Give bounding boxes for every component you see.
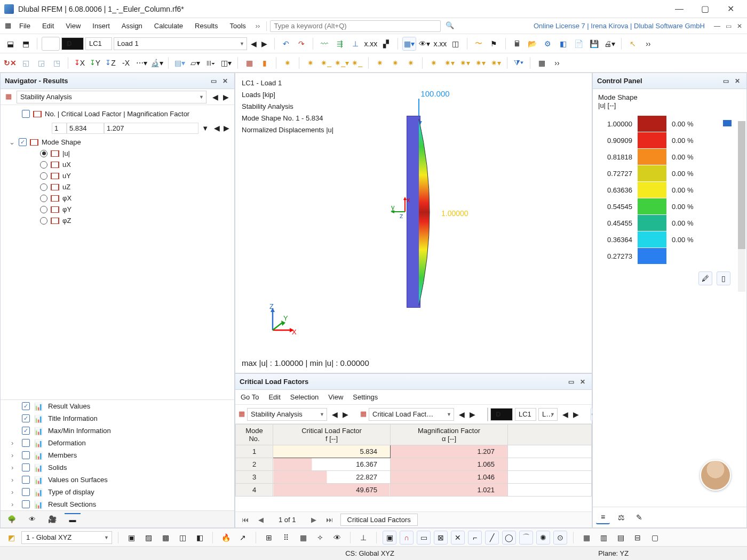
tool-redo-icon[interactable]: ↷ xyxy=(295,37,308,51)
radio-icon[interactable] xyxy=(40,195,47,202)
menu-calculate[interactable]: Calculate xyxy=(149,20,188,32)
tool-support-icon[interactable]: Ⲽ▾ xyxy=(204,56,218,70)
mode-option-φY[interactable]: φY xyxy=(1,204,234,215)
tool-cube-icon[interactable]: ◧ xyxy=(557,37,570,51)
tool-star5-icon[interactable]: ✷ xyxy=(404,56,418,70)
grid5-icon[interactable]: ▢ xyxy=(648,531,662,545)
table-combo1-prev[interactable]: ◀ xyxy=(329,407,340,421)
critical-load-factors-table[interactable]: ModeNo. Critical Load Factorf [--] Magni… xyxy=(235,424,592,497)
lc-code-combo[interactable]: LC1 xyxy=(85,37,112,50)
table-row[interactable]: 3 22.827 1.046 xyxy=(236,471,592,484)
cp-scale-button[interactable]: ▯ xyxy=(717,271,730,285)
expand-icon[interactable]: › xyxy=(11,439,18,447)
table-footer-tab[interactable]: Critical Load Factors xyxy=(340,514,418,526)
checkbox[interactable] xyxy=(22,500,30,508)
nav-tab-camera-icon[interactable]: 🎥 xyxy=(44,513,60,526)
nav-lower-members[interactable]: › 📊 Members xyxy=(1,449,234,461)
tool-reactions-icon[interactable]: ⊥ xyxy=(348,37,362,51)
mode-option-uY[interactable]: uY xyxy=(1,170,234,181)
tool-gear-icon[interactable]: ⚙ xyxy=(541,37,555,51)
nav-factor-checkbox[interactable] xyxy=(22,110,30,118)
nav-modeshape-checkbox[interactable]: ✓ xyxy=(19,138,27,146)
menu-overflow-icon[interactable]: ›› xyxy=(252,22,264,30)
cp-tab-filter-icon[interactable]: ✎ xyxy=(632,510,646,524)
checkbox[interactable]: ✓ xyxy=(22,427,30,435)
nav-factor-value-row[interactable]: 1 5.834 1.207 ▼ ◀ ▶ xyxy=(1,119,234,137)
snap-center-icon[interactable]: ⊙ xyxy=(553,531,567,545)
checkbox[interactable]: ✓ xyxy=(22,414,30,422)
cp-edit-colors-button[interactable]: 🖉 xyxy=(698,271,712,285)
toolbar1-overflow-icon[interactable]: ›› xyxy=(641,37,655,51)
checkbox[interactable] xyxy=(22,463,30,471)
mode-option-uZ[interactable]: uZ xyxy=(1,181,234,193)
tool-eye-icon[interactable]: 👁▾ xyxy=(418,37,432,51)
checkbox[interactable]: ✓ xyxy=(22,402,30,410)
tool-star3-icon[interactable]: ✷ xyxy=(373,56,387,70)
tool-axis-y-icon[interactable]: ↧Y xyxy=(88,56,102,70)
tool-print-icon[interactable]: 🖨▾ xyxy=(603,37,617,51)
snap-starcircle-icon[interactable]: ✺ xyxy=(536,531,550,545)
expand-icon[interactable]: › xyxy=(11,500,18,508)
cp-tab-legend-icon[interactable]: ≡ xyxy=(596,510,610,524)
snap-grid2-icon[interactable]: ▦ xyxy=(296,531,310,545)
menu-edit[interactable]: Edit xyxy=(37,20,59,32)
table-color-icon[interactable] xyxy=(487,407,488,421)
tool-save-icon[interactable]: 💾 xyxy=(587,37,601,51)
chevron-down-icon[interactable]: ⌄ xyxy=(9,138,15,146)
wp-tool5-icon[interactable]: ◧ xyxy=(193,531,206,545)
tool-link1-icon[interactable]: ✷⎯ xyxy=(319,56,333,70)
menu-file[interactable]: File xyxy=(14,20,36,32)
table-first-page[interactable]: ⏮ xyxy=(240,516,251,524)
checkbox[interactable] xyxy=(22,488,30,496)
checkbox[interactable] xyxy=(22,451,30,459)
tool-star8-icon[interactable]: ✷▾ xyxy=(458,56,472,70)
mode-option-φZ[interactable]: φZ xyxy=(1,215,234,226)
table-lc-prev[interactable]: ◀ xyxy=(560,407,570,421)
window-maximize-button[interactable]: ▢ xyxy=(693,2,717,17)
wp-fire-icon[interactable]: 🔥 xyxy=(219,531,233,545)
nav-lower-deformation[interactable]: › 📊 Deformation xyxy=(1,437,234,449)
tool-axis-neg-x-icon[interactable]: -X xyxy=(119,56,133,70)
tool-diagram-icon[interactable]: ▞ xyxy=(379,37,393,51)
snap-grid-icon[interactable]: ⊞ xyxy=(262,531,276,545)
tool-surface-icon[interactable]: ▱▾ xyxy=(188,56,202,70)
snap-node-icon[interactable]: ✧ xyxy=(313,531,327,545)
model-color-icon[interactable] xyxy=(42,37,60,51)
tool-values-icon[interactable]: x.xx xyxy=(364,37,378,51)
expand-icon[interactable]: › xyxy=(11,488,18,496)
radio-icon[interactable] xyxy=(40,150,47,157)
wp-tool3-icon[interactable]: ▩ xyxy=(158,531,172,545)
tool-chart-icon[interactable]: ◫ xyxy=(449,37,463,51)
grid2-icon[interactable]: ▥ xyxy=(597,531,610,545)
tool-star10-icon[interactable]: ✷▾ xyxy=(489,56,503,70)
tool-cursor-icon[interactable]: ↖ xyxy=(626,37,640,51)
nav-lower-result-sections[interactable]: › 📊 Result Sections xyxy=(1,498,234,510)
toolbar2-overflow-icon[interactable]: ›› xyxy=(550,56,564,70)
radio-icon[interactable] xyxy=(40,217,47,225)
window-minimize-button[interactable]: — xyxy=(667,2,692,17)
menu-assign[interactable]: Assign xyxy=(116,20,148,32)
nav-lower-max/min-information[interactable]: ✓ 📊 Max/Min Information xyxy=(1,425,234,437)
model-viewport[interactable]: LC1 - Load 1 Loads [kip] Stability Analy… xyxy=(235,73,592,373)
tool-star4-icon[interactable]: ✷ xyxy=(388,56,402,70)
snap-cross-icon[interactable]: ⊠ xyxy=(434,531,448,545)
checkbox[interactable] xyxy=(22,439,30,447)
mode-option-|u|[interactable]: |u| xyxy=(1,148,234,159)
menu-results[interactable]: Results xyxy=(189,20,223,32)
grid3-icon[interactable]: ▤ xyxy=(614,531,627,545)
mode-option-uX[interactable]: uX xyxy=(1,159,234,170)
snap-circle-icon[interactable]: ◯ xyxy=(502,531,516,545)
window-close-button[interactable]: ✕ xyxy=(718,2,743,17)
tool-star2-icon[interactable]: ✷ xyxy=(304,56,317,70)
wp-tool4-icon[interactable]: ◫ xyxy=(176,531,189,545)
table-lc-combo[interactable]: L…▼ xyxy=(538,408,558,421)
snap-rect-icon[interactable]: ▭ xyxy=(417,531,431,545)
table-menu-goto[interactable]: Go To xyxy=(241,393,259,401)
mode-option-φX[interactable]: φX xyxy=(1,193,234,204)
radio-icon[interactable] xyxy=(40,206,47,213)
control-dock-button[interactable]: ▭ xyxy=(721,76,730,86)
checkbox[interactable] xyxy=(22,476,30,484)
workplane-combo[interactable]: 1 - Global XYZ▼ xyxy=(21,531,112,544)
tool-star9-icon[interactable]: ✷▾ xyxy=(473,56,487,70)
snap-l-icon[interactable]: ⌐ xyxy=(468,531,482,545)
